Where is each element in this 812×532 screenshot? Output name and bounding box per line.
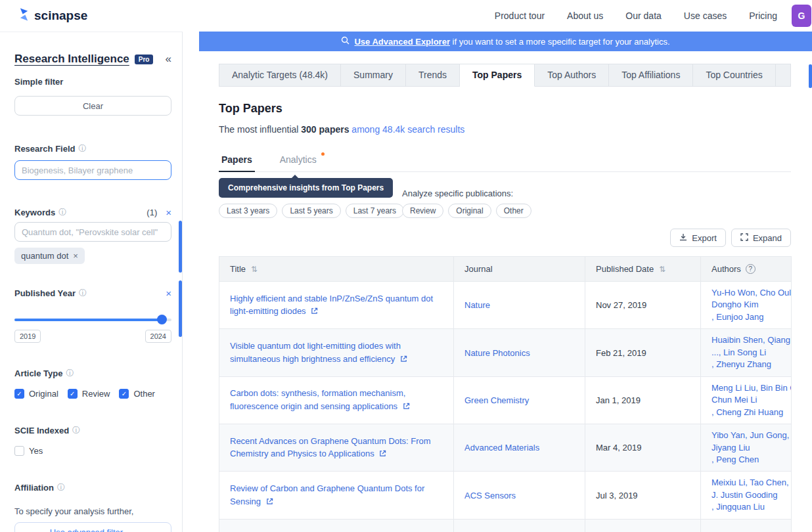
authors-cell[interactable]: Hyungsuk Moon, (701, 519, 792, 532)
external-link-icon[interactable] (311, 305, 318, 319)
authors-cell[interactable]: Yu-Ho Won, Cho Oul, Dongho Kim , Eunjoo … (701, 282, 792, 329)
subtab-papers[interactable]: Papers (219, 154, 255, 172)
tab-top-affiliations[interactable]: Top Affiliations (609, 64, 693, 87)
checkbox-label: Yes (29, 446, 43, 456)
paper-title-link[interactable]: Visible quantum dot light-emitting diode… (230, 341, 407, 364)
authors-help-icon[interactable]: ? (746, 264, 756, 274)
authors-cell[interactable]: Huaibin Shen, Qiang G ..., Lin Song Li ,… (701, 329, 792, 376)
sort-date-icon[interactable]: ⇅ (659, 265, 665, 274)
top-papers-table: Title⇅ Journal Published Date⇅ Authors? … (219, 256, 792, 532)
journal-link[interactable]: Nature Photonics (464, 348, 530, 358)
checkbox-original[interactable]: Original (14, 389, 58, 399)
new-feature-dot (321, 152, 325, 156)
remove-tag-icon[interactable]: × (73, 251, 78, 261)
authors-cell[interactable]: Meixiu Li, Tao Chen, J. Justin Gooding ,… (701, 472, 792, 519)
collapse-sidebar-icon[interactable]: « (166, 53, 171, 66)
nav-link-about-us[interactable]: About us (567, 11, 603, 21)
top-navbar: scinapse Product tourAbout usOur dataUse… (0, 0, 812, 32)
journal-link[interactable]: Nature (464, 300, 490, 310)
download-icon (679, 233, 687, 243)
checkbox-label: Original (29, 389, 58, 399)
tab-summary[interactable]: Summary (341, 64, 406, 87)
year-min-box[interactable]: 2019 (14, 330, 41, 343)
subtab-analytics[interactable]: Analytics (277, 154, 319, 172)
slider-handle[interactable] (157, 315, 167, 324)
header-authors: Authors? (701, 257, 792, 282)
published-year-slider[interactable] (14, 315, 171, 324)
nav-link-product-tour[interactable]: Product tour (495, 11, 545, 21)
tab-top-authors[interactable]: Top Authors (535, 64, 609, 87)
tab-trends[interactable]: Trends (406, 64, 460, 87)
info-icon: ⓘ (79, 143, 87, 154)
tab-analytic-targets-48-4k[interactable]: Analytic Targets (48.4k) (219, 64, 341, 87)
advanced-explorer-link[interactable]: Use Advanced Explorer (354, 37, 449, 47)
research-field-input[interactable] (14, 160, 171, 180)
table-actions: Export Expand (219, 229, 791, 247)
page-subtitle: The most influential 300 papers among 48… (219, 124, 791, 135)
authors-cell[interactable]: Yibo Yan, Jun Gong, . Jiyang Liu , Peng … (701, 424, 792, 472)
external-link-icon[interactable] (379, 448, 386, 461)
tab-top-countries[interactable]: Top Countries (693, 64, 775, 87)
avatar[interactable]: G (792, 5, 811, 27)
external-link-icon[interactable] (266, 496, 273, 509)
logo-text: scinapse (34, 9, 87, 23)
checkbox-other[interactable]: Other (119, 389, 155, 399)
logo[interactable]: scinapse (18, 8, 87, 24)
paper-title-link[interactable]: Recent Advances on Graphene Quantum Dots… (230, 436, 431, 459)
paper-title-link[interactable]: Review of Carbon and Graphene Quantum Do… (230, 483, 424, 506)
keywords-input[interactable] (14, 222, 171, 242)
checkbox-box[interactable] (119, 389, 129, 399)
info-icon: ⓘ (79, 288, 87, 299)
checkbox-box[interactable] (68, 389, 78, 399)
year-max-box[interactable]: 2024 (145, 330, 171, 343)
clear-filters-button[interactable]: Clear (14, 96, 171, 116)
clear-published-year-icon[interactable]: × (166, 288, 171, 299)
pill-other[interactable]: Other (496, 204, 531, 218)
paper-title-link[interactable]: Carbon dots: synthesis, formation mechan… (230, 388, 410, 411)
search-results-link[interactable]: among 48.4k search results (349, 124, 464, 135)
keywords-count: (1) (147, 208, 157, 217)
clear-keywords-icon[interactable]: × (166, 207, 171, 218)
checkbox-box[interactable] (14, 446, 24, 456)
date-cell: Jan 1, 2019 (585, 376, 701, 424)
active-filter-indicator-keywords (179, 221, 182, 273)
nav-link-our-data[interactable]: Our data (625, 11, 661, 21)
external-link-icon[interactable] (403, 401, 410, 414)
affiliation-label: Affiliation (14, 483, 54, 493)
checkbox-yes[interactable]: Yes (14, 446, 43, 456)
checkbox-review[interactable]: Review (68, 389, 110, 399)
expand-button[interactable]: Expand (731, 229, 791, 247)
paper-title-link[interactable]: Highly efficient and stable InP/ZnSe/ZnS… (230, 294, 433, 317)
journal-link[interactable]: Advanced Materials (464, 443, 539, 453)
pill-original[interactable]: Original (448, 204, 491, 218)
table-row: Review of Carbon and Graphene Quantum Do… (219, 472, 792, 519)
sort-title-icon[interactable]: ⇅ (251, 265, 258, 274)
keyword-tag-label: quantum dot (21, 251, 68, 261)
external-link-icon[interactable] (400, 353, 407, 366)
journal-link[interactable]: ACS Sensors (464, 491, 516, 500)
table-row: Highly efficient and stable InP/ZnSe/ZnS… (219, 282, 792, 329)
main-content: Use Advanced Explorer if you want to set… (199, 32, 812, 532)
nav-link-pricing[interactable]: Pricing (749, 11, 777, 21)
pill-review[interactable]: Review (402, 204, 443, 218)
export-button[interactable]: Export (670, 229, 726, 247)
date-cell: Jul 3, 2019 (585, 472, 701, 519)
journal-link[interactable]: Green Chemistry (464, 395, 529, 405)
year-filter-pills: Last 3 yearsLast 5 yearsLast 7 years (219, 204, 404, 218)
authors-cell[interactable]: Meng Li Liu, Bin Bin C Chun Mei Li , Che… (701, 376, 792, 424)
analyze-publications-label: Analyze specific publications: (402, 188, 513, 198)
nav-link-use-cases[interactable]: Use cases (684, 11, 727, 21)
pill-last-3-years[interactable]: Last 3 years (219, 204, 277, 218)
scrollbar-thumb[interactable] (809, 64, 812, 88)
tab-top-papers[interactable]: Top Papers (460, 64, 535, 87)
sidebar-title: Research Intelligence (14, 53, 129, 66)
banner-text: if you want to set a more specific targe… (450, 37, 670, 47)
keyword-tags: quantum dot× (14, 248, 171, 264)
pill-last-7-years[interactable]: Last 7 years (346, 204, 404, 218)
advanced-filter-label: Use advanced filter (50, 527, 123, 532)
table-row: Visible quantum dot light-emitting diode… (219, 329, 792, 376)
use-advanced-filter-button[interactable]: Use advanced filter → (14, 522, 171, 532)
checkbox-box[interactable] (14, 389, 24, 399)
expand-icon (740, 233, 748, 243)
pill-last-5-years[interactable]: Last 5 years (282, 204, 340, 218)
